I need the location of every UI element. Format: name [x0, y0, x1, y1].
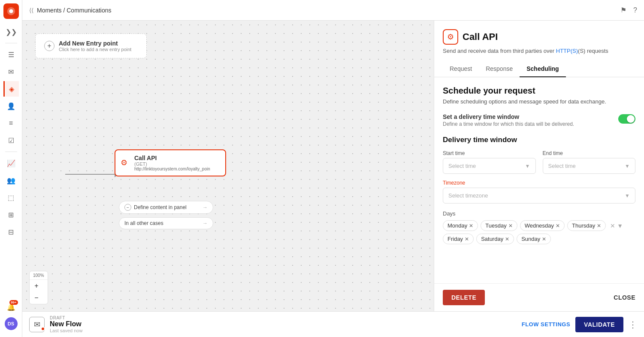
chip-remove-icon[interactable]: ✕ — [610, 222, 615, 229]
nav-approval[interactable]: ☑ — [3, 133, 19, 148]
day-thursday-remove[interactable]: ✕ — [597, 223, 601, 229]
delivery-toggle-row: Set a delivery time window Define a time… — [443, 113, 635, 127]
day-sunday-remove[interactable]: ✕ — [542, 236, 546, 242]
day-friday-label: Friday — [447, 236, 463, 242]
day-tuesday-remove[interactable]: ✕ — [508, 223, 513, 229]
nav-segments[interactable]: ◈ — [3, 81, 19, 97]
nav-separator-2 — [5, 152, 17, 152]
validate-button[interactable]: VALIDATE — [575, 317, 623, 332]
branch-label-1: In all other cases — [124, 220, 163, 226]
api-node-url: http://linktoyoursystem.com/loyalty_poin — [134, 167, 210, 171]
panel-body: Schedule your request Define scheduling … — [434, 77, 644, 283]
user-avatar[interactable]: DS — [5, 317, 18, 330]
day-chip-tuesday: Tuesday ✕ — [481, 220, 517, 231]
topbar: ⟨⟨ Moments / Communications ⚑ ? — [22, 0, 644, 21]
day-chip-friday: Friday ✕ — [443, 234, 474, 244]
entry-title: Add New Entry point — [59, 40, 131, 47]
nav-separator — [5, 43, 17, 43]
panel-header: ⚙ Call API Send and receive data from th… — [434, 21, 644, 77]
tab-response[interactable]: Response — [479, 61, 520, 77]
day-wednesday-remove[interactable]: ✕ — [556, 223, 560, 229]
nav-analytics[interactable]: 📈 — [3, 155, 19, 171]
api-node[interactable]: ⚙ Call API (GET) http://linktoyoursystem… — [115, 149, 226, 176]
timezone-placeholder: Select timezone — [448, 192, 488, 199]
zoom-in-button[interactable]: + — [30, 280, 43, 292]
branch-item-0[interactable]: − Define content in panel → — [119, 201, 213, 214]
flow-settings-button[interactable]: FLOW SETTINGS — [522, 321, 570, 328]
panel-actions: DELETE CLOSE — [434, 283, 644, 311]
day-monday-label: Monday — [447, 222, 467, 229]
time-row: Start time Select time ▼ End time Select… — [443, 150, 635, 174]
start-time-select[interactable]: Select time ▼ — [443, 158, 536, 174]
nav-chat[interactable]: ☰ — [3, 47, 19, 62]
day-chip-thursday: Thursday ✕ — [567, 220, 606, 231]
start-time-label: Start time — [443, 150, 536, 156]
flag-icon[interactable]: ⚑ — [620, 6, 626, 14]
tab-scheduling[interactable]: Scheduling — [520, 61, 565, 77]
nav-list[interactable]: ≡ — [3, 115, 19, 131]
day-monday-remove[interactable]: ✕ — [469, 223, 473, 229]
close-button[interactable]: CLOSE — [614, 294, 635, 301]
zoom-out-button[interactable]: − — [30, 292, 43, 304]
start-time-chevron-icon: ▼ — [525, 163, 530, 169]
http-link[interactable]: HTTP(S) — [556, 48, 578, 54]
entry-point-card[interactable]: + Add New Entry point Click here to add … — [35, 33, 147, 58]
day-friday-remove[interactable]: ✕ — [465, 236, 469, 242]
nav-audience[interactable]: 👥 — [3, 173, 19, 188]
canvas[interactable]: + Add New Entry point Click here to add … — [22, 21, 434, 311]
nav-notifications[interactable]: 🔔 99+ — [3, 299, 19, 315]
topbar-back-button[interactable]: ⟨⟨ — [29, 7, 33, 14]
delivery-window-title: Delivery time window — [443, 136, 635, 144]
branch-item-1[interactable]: In all other cases → — [119, 217, 213, 229]
day-chip-sunday: Sunday ✕ — [517, 234, 551, 244]
end-time-field: End time Select time ▼ — [543, 150, 636, 174]
timezone-select[interactable]: Select timezone ▼ — [443, 188, 635, 203]
day-tuesday-label: Tuesday — [485, 222, 506, 229]
day-wednesday-label: Wednesday — [525, 222, 554, 229]
svg-point-1 — [9, 9, 13, 13]
nav-chevron[interactable]: ❯❯ — [3, 24, 19, 39]
draft-info: DRAFT New Flow Last saved now — [50, 316, 82, 333]
day-saturday-label: Saturday — [481, 236, 503, 242]
draft-icon: ✉ — [29, 317, 45, 332]
api-node-icon: ⚙ — [121, 158, 131, 168]
app-logo[interactable] — [3, 3, 19, 19]
zoom-controls: 100% + − — [29, 271, 48, 304]
panel-title: Call API — [463, 31, 498, 43]
schedule-section-title: Schedule your request — [443, 86, 635, 96]
nav-robot[interactable]: ⊞ — [3, 207, 19, 222]
tab-request[interactable]: Request — [443, 61, 479, 77]
branch-plus-icon: − — [124, 204, 131, 211]
delivery-toggle-section: Set a delivery time window Define a time… — [443, 113, 635, 127]
entry-plus-icon: + — [44, 41, 54, 51]
end-time-label: End time — [543, 150, 636, 156]
timezone-label: Timezone — [443, 180, 635, 186]
nav-people[interactable]: 👤 — [3, 98, 19, 114]
help-icon[interactable]: ? — [633, 6, 637, 14]
schedule-section-desc: Define scheduling options and message sp… — [443, 98, 635, 105]
start-time-field: Start time Select time ▼ — [443, 150, 536, 174]
api-node-header: ⚙ Call API (GET) http://linktoyoursystem… — [115, 150, 225, 176]
day-saturday-remove[interactable]: ✕ — [505, 236, 509, 242]
nav-data[interactable]: ⬚ — [3, 190, 19, 205]
nav-email[interactable]: ✉ — [3, 64, 19, 79]
bottom-bar: ✉ DRAFT New Flow Last saved now FLOW SET… — [22, 311, 644, 337]
breadcrumb: Moments / Communications — [37, 7, 112, 14]
day-chip-wednesday: Wednesday ✕ — [520, 220, 565, 231]
content-area: + Add New Entry point Click here to add … — [22, 21, 644, 311]
end-time-select[interactable]: Select time ▼ — [543, 158, 636, 174]
delivery-toggle-text: Set a delivery time window Define a time… — [443, 113, 574, 127]
chip-expand-icon[interactable]: ▼ — [617, 222, 623, 229]
start-time-placeholder: Select time — [448, 163, 476, 169]
topbar-right: ⚑ ? — [620, 6, 637, 14]
more-options-icon[interactable]: ⋮ — [629, 319, 637, 330]
day-chip-saturday: Saturday ✕ — [476, 234, 514, 244]
delivery-toggle-label: Set a delivery time window — [443, 113, 574, 120]
nav-grid[interactable]: ⊟ — [3, 224, 19, 240]
delete-button[interactable]: DELETE — [443, 290, 485, 305]
days-label: Days — [443, 210, 635, 217]
flow-name: New Flow — [50, 320, 82, 328]
timezone-chevron-icon: ▼ — [625, 193, 630, 199]
delivery-toggle-switch[interactable] — [618, 114, 635, 124]
bottom-right: FLOW SETTINGS VALIDATE ⋮ — [522, 317, 637, 332]
